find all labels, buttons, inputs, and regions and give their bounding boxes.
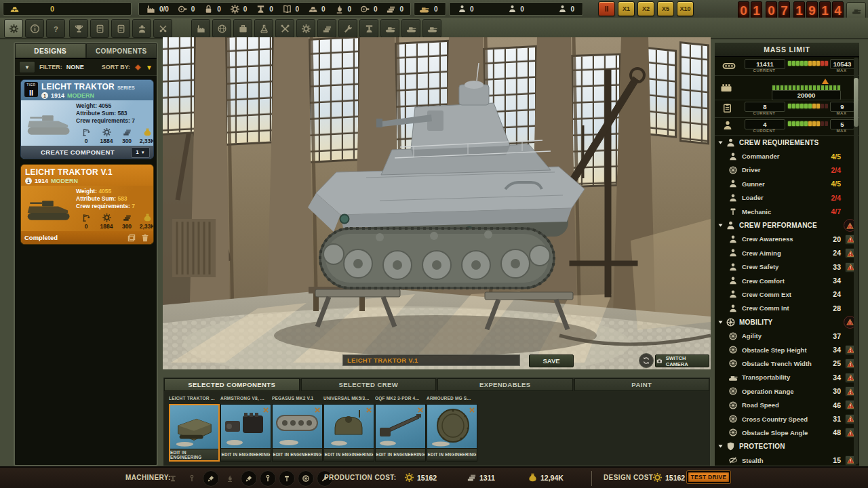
toolbar-contracts-button[interactable] — [111, 19, 130, 38]
remove-component-button[interactable] — [364, 405, 373, 414]
component-card-gun[interactable]: EDIT IN ENGINEERING — [375, 404, 426, 462]
quantity-dropdown[interactable]: 1▼ — [131, 147, 150, 158]
sort-direction-icon[interactable]: ▼ — [146, 64, 153, 71]
section-mobility[interactable]: MOBILITY — [715, 315, 859, 329]
led-segment — [792, 61, 795, 66]
chevron-down-icon — [717, 222, 724, 228]
edit-in-engineering-button[interactable]: EDIT IN ENGINEERING — [170, 449, 218, 460]
machinery-grinder-icon[interactable] — [298, 470, 314, 487]
toolbar-tank-test-button[interactable] — [401, 19, 420, 38]
toolbar-production-button[interactable] — [359, 19, 378, 38]
component-name: ARMOURED MG S... — [427, 396, 477, 403]
toolbar-world-button[interactable] — [212, 19, 231, 38]
parts-icon — [467, 472, 477, 483]
section-crew-requirements[interactable]: CREW REQUIREMENTS — [715, 136, 859, 149]
speed-x2-button[interactable]: X2 — [637, 1, 654, 16]
section-crew-performance[interactable]: CREW PERFORMANCE — [715, 218, 859, 232]
rotate-icon — [642, 357, 650, 365]
machinery-bolt-icon[interactable] — [260, 470, 276, 487]
section-protection[interactable]: PROTECTION — [715, 440, 859, 453]
machinery-brush-icon[interactable] — [241, 470, 257, 487]
edit-in-engineering-button[interactable]: EDIT IN ENGINEERING — [376, 448, 425, 460]
remove-component-button[interactable] — [416, 405, 425, 414]
machinery-press-icon[interactable] — [165, 470, 181, 487]
variant-stats: Weight: 4055Attribute Sum: 583Crew requi… — [76, 188, 154, 210]
mass-limit-marker[interactable] — [822, 79, 829, 84]
machinery-furnace-icon[interactable] — [222, 470, 238, 487]
stat-line: Attribute Sum: 583 — [76, 110, 154, 117]
component-card-hatch[interactable]: EDIT IN ENGINEERING — [427, 404, 477, 462]
edit-in-engineering-button[interactable]: EDIT IN ENGINEERING — [427, 448, 477, 460]
toolbar-research-button[interactable] — [254, 19, 273, 38]
component-card-row: EDIT IN ENGINEERING EDIT IN ENGINEERING … — [163, 404, 710, 462]
resource-counter: 0 — [282, 4, 300, 14]
scrollbar-thumb[interactable] — [854, 78, 859, 127]
design-card-variant[interactable]: LEICHT TRAKTOR V.1 1 1914 MODERN Weight:… — [20, 164, 154, 245]
led-segment — [788, 61, 791, 66]
duplicate-icon[interactable] — [127, 233, 136, 243]
create-component-button[interactable]: CREATE COMPONENT — [24, 148, 131, 156]
save-button[interactable]: SAVE — [529, 354, 574, 367]
toolbar-tank-design-button[interactable] — [380, 19, 399, 38]
toolbar-trophy-button[interactable] — [69, 19, 88, 38]
machinery-drill-icon[interactable] — [184, 470, 200, 487]
toolbar-military-button[interactable] — [153, 19, 172, 38]
tier-label: TIER — [24, 82, 38, 87]
chevron-down-icon — [717, 140, 724, 146]
component-card-turret[interactable]: EDIT IN ENGINEERING — [323, 404, 374, 462]
remove-component-button[interactable] — [261, 405, 270, 414]
edit-in-engineering-button[interactable]: EDIT IN ENGINEERING — [324, 448, 374, 460]
toolbar-business-button[interactable] — [233, 19, 252, 38]
tab-paint[interactable]: PAINT — [574, 378, 710, 391]
remove-component-button[interactable] — [313, 405, 321, 414]
speed-x1-button[interactable]: X1 — [618, 1, 635, 16]
remove-component-button[interactable] — [467, 405, 476, 414]
design-card-series[interactable]: TIER II LEICHT TRAKTOR SERIES 1 1914 MOD… — [20, 79, 154, 159]
edit-in-engineering-button[interactable]: EDIT IN ENGINEERING — [221, 448, 271, 460]
tab-selected-crew[interactable]: SELECTED CREW — [301, 378, 437, 391]
design-name-input[interactable] — [342, 354, 520, 366]
test-drive-button[interactable]: TEST DRIVE — [687, 471, 730, 483]
sort-type-icon[interactable] — [134, 63, 142, 72]
component-card-hull[interactable]: EDIT IN ENGINEERING — [169, 404, 220, 462]
tab-designs[interactable]: DESIGNS — [15, 43, 86, 58]
edit-in-engineering-button[interactable]: EDIT IN ENGINEERING — [273, 448, 322, 460]
tab-selected-components[interactable]: SELECTED COMPONENTS — [164, 378, 300, 391]
crew-slots-row: 4 CURRENT 5 MAX — [715, 118, 859, 136]
wheel-icon — [728, 359, 738, 368]
toolbar-info-button[interactable] — [25, 19, 44, 38]
toolbar-engineering-button[interactable] — [296, 19, 315, 38]
toolbar-assembly-button[interactable] — [317, 19, 336, 38]
speed-x10-button[interactable]: X10 — [677, 1, 694, 16]
filter-dropdown-button[interactable]: ▼ — [19, 61, 35, 73]
press-icon — [169, 474, 177, 483]
component-card-tracks[interactable]: EDIT IN ENGINEERING — [272, 404, 323, 462]
3d-viewport[interactable]: SAVE SWITCH CAMERA — [163, 37, 711, 369]
trophy-icon — [74, 24, 84, 34]
machinery-file-icon[interactable] — [203, 470, 219, 487]
machinery-hammer-icon[interactable] — [279, 470, 295, 487]
resource-counter: 0 — [230, 4, 248, 14]
delete-icon[interactable] — [140, 233, 150, 243]
component-card-engine[interactable]: EDIT IN ENGINEERING — [220, 404, 271, 462]
switch-camera-button[interactable]: SWITCH CAMERA — [655, 354, 709, 367]
tab-components[interactable]: COMPONENTS — [86, 43, 157, 58]
speed-x5-button[interactable]: X5 — [657, 1, 674, 16]
toolbar-factory-button[interactable] — [191, 19, 210, 38]
filter-row: ▼ FILTER: NONE SORT BY: ▼ — [15, 59, 157, 76]
toolbar-help-button[interactable] — [46, 19, 65, 38]
led-segment — [816, 104, 820, 108]
stats-scrollbar[interactable] — [854, 58, 859, 464]
toolbar-tank-export-button[interactable] — [422, 19, 441, 38]
led-segment — [821, 121, 824, 126]
toolbar-agent-button[interactable] — [132, 19, 151, 38]
tab-expendables[interactable]: EXPENDABLES — [437, 378, 573, 391]
speed-ii-button[interactable]: II — [598, 1, 615, 16]
toolbar-workshop-button[interactable] — [275, 19, 294, 38]
component-name: UNIVERSAL MK5/3... — [323, 396, 374, 403]
toolbar-news-button[interactable] — [90, 19, 109, 38]
brush-icon — [245, 474, 253, 483]
toolbar-settings-button[interactable] — [4, 19, 23, 38]
toolbar-tools-button[interactable] — [338, 19, 357, 38]
rotate-camera-button[interactable] — [639, 353, 654, 368]
